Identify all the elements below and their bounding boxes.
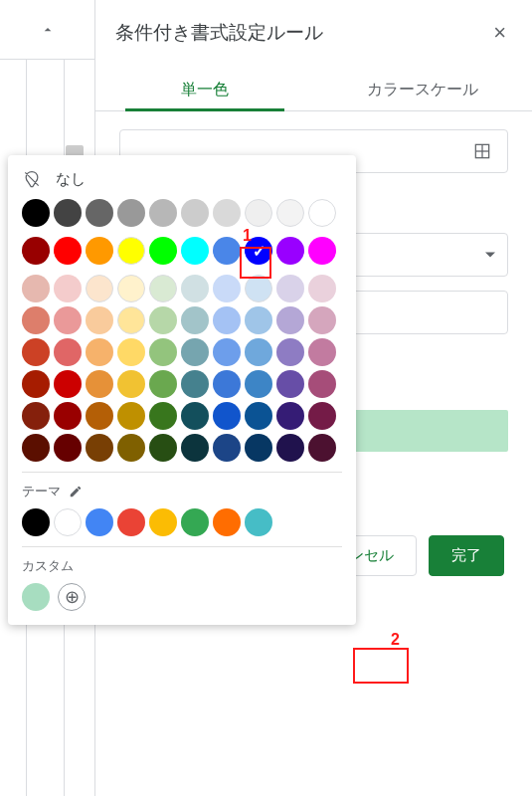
color-swatch[interactable] xyxy=(276,199,304,227)
color-swatch[interactable] xyxy=(22,402,50,430)
color-swatch[interactable] xyxy=(308,199,336,227)
color-swatch[interactable] xyxy=(276,402,304,430)
color-swatch[interactable] xyxy=(22,338,50,366)
color-swatch[interactable] xyxy=(181,434,209,462)
add-custom-color-button[interactable]: ⊕ xyxy=(58,583,86,611)
color-swatch[interactable] xyxy=(22,370,50,398)
color-swatch[interactable] xyxy=(86,434,113,462)
color-swatch[interactable] xyxy=(245,402,272,430)
color-swatch[interactable] xyxy=(54,275,82,302)
color-swatch[interactable] xyxy=(22,237,50,265)
color-swatch[interactable] xyxy=(117,275,145,302)
color-swatch[interactable] xyxy=(245,434,272,462)
grid-select-icon[interactable] xyxy=(469,138,495,164)
color-swatch[interactable] xyxy=(54,199,82,227)
color-swatch[interactable] xyxy=(86,306,113,334)
color-swatch[interactable] xyxy=(117,434,145,462)
color-swatch[interactable] xyxy=(149,370,177,398)
color-swatch[interactable] xyxy=(22,434,50,462)
color-swatch[interactable] xyxy=(276,370,304,398)
color-swatch[interactable] xyxy=(117,370,145,398)
color-swatch[interactable] xyxy=(245,199,272,227)
color-swatch[interactable] xyxy=(149,237,177,265)
color-swatch[interactable] xyxy=(22,306,50,334)
color-swatch[interactable] xyxy=(54,338,82,366)
color-swatch[interactable] xyxy=(181,402,209,430)
color-swatch[interactable] xyxy=(308,237,336,265)
done-button[interactable]: 完了 xyxy=(429,535,504,576)
color-swatch[interactable] xyxy=(22,199,50,227)
color-swatch[interactable] xyxy=(181,306,209,334)
color-swatch[interactable] xyxy=(181,275,209,302)
close-icon[interactable]: × xyxy=(487,16,512,50)
tab-color-scale[interactable]: カラースケール xyxy=(314,66,533,110)
color-swatch[interactable] xyxy=(213,508,241,536)
color-swatch[interactable] xyxy=(117,306,145,334)
color-swatch[interactable] xyxy=(22,583,50,611)
color-swatch[interactable] xyxy=(245,306,272,334)
color-swatch[interactable] xyxy=(86,237,113,265)
tab-single-color[interactable]: 単一色 xyxy=(95,66,314,110)
panel-title: 条件付き書式設定ルール xyxy=(115,20,323,46)
color-swatch[interactable] xyxy=(213,237,241,265)
color-swatch[interactable] xyxy=(308,338,336,366)
color-swatch[interactable] xyxy=(308,402,336,430)
color-swatch[interactable] xyxy=(149,338,177,366)
color-swatch[interactable] xyxy=(86,338,113,366)
color-swatch[interactable] xyxy=(245,338,272,366)
color-swatch[interactable] xyxy=(308,370,336,398)
color-swatch[interactable] xyxy=(276,237,304,265)
color-swatch[interactable] xyxy=(117,237,145,265)
color-swatch[interactable] xyxy=(276,306,304,334)
color-swatch[interactable] xyxy=(86,199,113,227)
color-swatch[interactable] xyxy=(86,402,113,430)
color-swatch[interactable] xyxy=(276,275,304,302)
color-swatch[interactable] xyxy=(54,370,82,398)
mode-tabs: 単一色 カラースケール xyxy=(95,66,532,111)
color-swatch[interactable] xyxy=(213,199,241,227)
color-swatch[interactable] xyxy=(149,199,177,227)
color-swatch[interactable] xyxy=(54,402,82,430)
color-swatch[interactable] xyxy=(181,237,209,265)
color-swatch[interactable] xyxy=(86,370,113,398)
color-swatch[interactable] xyxy=(213,370,241,398)
color-swatch[interactable] xyxy=(54,306,82,334)
color-swatch[interactable] xyxy=(245,275,272,302)
color-swatch[interactable] xyxy=(245,370,272,398)
color-swatch[interactable] xyxy=(54,508,82,536)
reset-color-row[interactable]: なし xyxy=(22,169,342,189)
color-swatch[interactable] xyxy=(276,434,304,462)
color-swatch[interactable] xyxy=(54,434,82,462)
color-swatch[interactable] xyxy=(149,275,177,302)
annotation-box-2 xyxy=(353,648,409,684)
color-swatch[interactable] xyxy=(22,275,50,302)
color-swatch[interactable] xyxy=(213,434,241,462)
color-swatch[interactable] xyxy=(86,508,113,536)
color-swatch[interactable] xyxy=(54,237,82,265)
color-swatch[interactable] xyxy=(117,508,145,536)
color-swatch[interactable] xyxy=(213,275,241,302)
color-swatch[interactable] xyxy=(308,306,336,334)
color-swatch[interactable] xyxy=(22,508,50,536)
color-swatch[interactable] xyxy=(149,508,177,536)
color-swatch[interactable] xyxy=(181,370,209,398)
color-swatch[interactable] xyxy=(181,508,209,536)
color-swatch[interactable] xyxy=(181,199,209,227)
color-swatch[interactable] xyxy=(213,338,241,366)
color-swatch[interactable] xyxy=(245,508,272,536)
color-swatch[interactable] xyxy=(117,402,145,430)
color-swatch[interactable] xyxy=(149,434,177,462)
color-swatch[interactable] xyxy=(213,306,241,334)
color-swatch[interactable] xyxy=(149,402,177,430)
color-swatch[interactable] xyxy=(86,275,113,302)
color-swatch[interactable] xyxy=(276,338,304,366)
color-swatch[interactable] xyxy=(117,199,145,227)
color-swatch[interactable] xyxy=(149,306,177,334)
color-swatch[interactable] xyxy=(181,338,209,366)
color-swatch[interactable] xyxy=(117,338,145,366)
pencil-icon[interactable] xyxy=(69,485,83,498)
color-swatch[interactable] xyxy=(213,402,241,430)
color-swatch[interactable] xyxy=(308,434,336,462)
color-swatch[interactable] xyxy=(308,275,336,302)
collapse-chevron[interactable] xyxy=(0,0,95,60)
